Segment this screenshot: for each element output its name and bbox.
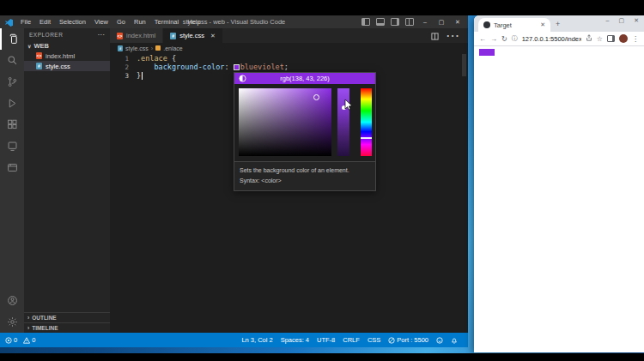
errors-indicator[interactable]: 0 (5, 336, 17, 344)
side-panel-icon[interactable] (607, 35, 615, 42)
hue-selector[interactable] (361, 137, 372, 139)
reload-icon[interactable]: ↻ (501, 35, 507, 43)
text-cursor (142, 72, 143, 80)
color-picker-value: rgb(138, 43, 226) (280, 75, 330, 82)
line-number-2: 2 (110, 63, 137, 71)
menu-help[interactable]: Help (183, 18, 204, 26)
color-picker: rgb(138, 43, 226) Sets the background co… (234, 72, 376, 191)
outline-section[interactable]: › OUTLINE (24, 312, 110, 322)
indent-token (137, 63, 154, 71)
toggle-panel-icon[interactable] (376, 18, 385, 26)
new-tab-button[interactable]: + (556, 20, 560, 28)
breadcrumb: # style.css › .enlace (110, 43, 468, 53)
source-control-icon[interactable] (0, 71, 24, 93)
code-line-2[interactable]: 2 background-color: blueviolet; (110, 63, 468, 71)
browser-minimize-button[interactable]: – (606, 17, 610, 24)
toggle-secondary-sidebar-icon[interactable] (391, 18, 399, 26)
tab-style-css[interactable]: # style.css ✕ (163, 28, 222, 43)
errors-count: 0 (14, 336, 17, 344)
css-file-icon: # (36, 63, 42, 69)
saturation-selector[interactable] (313, 94, 319, 100)
browser-menu-icon[interactable]: ⋮ (632, 35, 639, 43)
remote-explorer-icon[interactable] (0, 135, 24, 157)
timeline-section[interactable]: › TIMELINE (24, 322, 110, 333)
vscode-logo-icon (0, 15, 16, 30)
vscode-minimize-button[interactable]: – (420, 19, 430, 25)
warnings-indicator[interactable]: 0 (23, 336, 35, 344)
feedback-icon[interactable] (436, 337, 443, 344)
warnings-count: 0 (32, 336, 35, 344)
hue-strip[interactable] (361, 88, 372, 156)
tab-label: index.html (126, 32, 155, 39)
browser-toolbar: ← → ↻ ⓘ 127.0.0.1:5500/index.html ☆ ⋮ (474, 32, 644, 46)
folder-label: WEB (33, 42, 49, 50)
live-server-port[interactable]: Port : 5500 (388, 336, 428, 344)
tab-index-html[interactable]: <> index.html (110, 28, 163, 43)
account-icon[interactable] (0, 290, 24, 311)
property-syntax: Syntax: <color> (240, 176, 370, 186)
cursor-position[interactable]: Ln 3, Col 2 (241, 336, 272, 344)
breadcrumb-symbol[interactable]: .enlace (163, 45, 183, 51)
explorer-actions-icon[interactable]: ⋯ (98, 31, 106, 39)
menu-run[interactable]: Run (130, 18, 150, 26)
menu-selection[interactable]: Selection (55, 18, 90, 26)
breadcrumb-separator: › (151, 45, 153, 51)
color-picker-header[interactable]: rgb(138, 43, 226) (234, 73, 375, 84)
class-symbol-icon (155, 45, 161, 51)
file-style-css[interactable]: # style.css (24, 61, 110, 71)
forward-icon[interactable]: → (490, 35, 497, 43)
split-editor-icon[interactable] (431, 28, 439, 44)
share-icon[interactable] (586, 34, 592, 43)
vscode-window: File Edit Selection View Go Run Terminal… (0, 15, 468, 347)
file-index-html[interactable]: <> index.html (24, 51, 110, 61)
browser-tab-close-icon[interactable]: ✕ (540, 21, 545, 28)
indentation[interactable]: Spaces: 4 (281, 336, 309, 344)
language-mode[interactable]: CSS (368, 336, 380, 344)
editor-more-actions-icon[interactable]: ⋯ (446, 27, 459, 44)
run-debug-icon[interactable] (0, 93, 24, 114)
breadcrumb-file[interactable]: style.css (125, 45, 149, 51)
code-line-1[interactable]: 1.enlace { (110, 54, 468, 63)
color-picker-body (234, 84, 375, 161)
address-bar[interactable]: 127.0.0.1:5500/index.html (522, 35, 581, 43)
menu-view[interactable]: View (90, 18, 112, 26)
browser-close-button[interactable]: ✕ (634, 17, 639, 24)
css-selector-token: .enlace (137, 54, 167, 63)
vscode-close-button[interactable]: ✕ (453, 19, 463, 26)
browser-tabstrip: Target ✕ + – ▢ ✕ (474, 15, 644, 32)
open-brace-token: { (167, 54, 176, 63)
menu-terminal[interactable]: Terminal (150, 18, 183, 26)
browser-maximize-button[interactable]: ▢ (619, 17, 625, 24)
css-file-icon: # (170, 33, 176, 39)
live-preview-icon[interactable] (0, 157, 24, 178)
search-icon[interactable] (0, 50, 24, 71)
bookmark-star-icon[interactable]: ☆ (597, 35, 603, 43)
folder-web[interactable]: ∨ WEB (24, 40, 110, 51)
editor-scrollbar[interactable] (462, 54, 466, 76)
site-info-icon[interactable]: ⓘ (512, 34, 518, 43)
back-icon[interactable]: ← (479, 35, 486, 43)
menu-edit[interactable]: Edit (35, 18, 55, 26)
menu-file[interactable]: File (16, 18, 35, 26)
color-swatch[interactable] (234, 64, 240, 70)
chevron-right-icon: › (27, 325, 29, 331)
settings-gear-icon[interactable] (0, 311, 24, 333)
customize-layout-icon[interactable] (405, 18, 414, 26)
explorer-icon[interactable] (0, 28, 24, 50)
colon-token: : (224, 63, 233, 71)
profile-avatar[interactable] (619, 34, 628, 43)
extensions-icon[interactable] (0, 114, 24, 135)
opacity-strip[interactable] (337, 88, 349, 156)
notifications-bell-icon[interactable] (451, 337, 458, 344)
encoding[interactable]: UTF-8 (317, 336, 335, 344)
vscode-maximize-button[interactable]: ▢ (436, 19, 447, 26)
saturation-box[interactable] (239, 88, 331, 156)
browser-tab[interactable]: Target ✕ (478, 18, 550, 32)
toggle-sidebar-icon[interactable] (361, 18, 370, 26)
chevron-down-icon: ∨ (27, 43, 31, 49)
browser-viewport (474, 46, 644, 352)
eol-sequence[interactable]: CRLF (343, 336, 360, 344)
menu-go[interactable]: Go (112, 18, 130, 26)
opacity-toggle-icon[interactable] (239, 75, 246, 84)
tab-close-icon[interactable]: ✕ (210, 33, 216, 39)
